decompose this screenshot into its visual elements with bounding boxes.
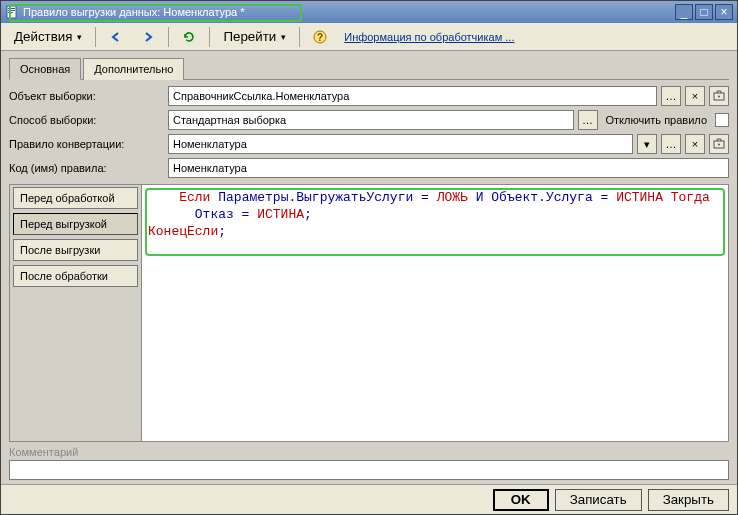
window-controls: _ □ × (675, 4, 733, 20)
select-obj-choose-button[interactable]: … (661, 86, 681, 106)
separator (299, 27, 300, 47)
select-obj-open-button[interactable] (709, 86, 729, 106)
app-window: Правило выгрузки данных: Номенклатура * … (0, 0, 738, 515)
select-mode-input[interactable] (168, 110, 574, 130)
disable-rule-checkbox[interactable] (715, 113, 729, 127)
svg-text:?: ? (317, 32, 323, 43)
tab-bar: Основная Дополнительно (9, 57, 729, 80)
close-button[interactable]: × (715, 4, 733, 20)
code-name-input[interactable] (168, 158, 729, 178)
handlers-sidebar: Перед обработкой Перед выгрузкой После в… (10, 185, 142, 441)
conv-rule-clear-button[interactable]: × (685, 134, 705, 154)
before-processing-button[interactable]: Перед обработкой (13, 187, 138, 209)
help-button[interactable]: ? (306, 26, 334, 48)
ok-button[interactable]: OK (493, 489, 549, 511)
svg-rect-3 (8, 12, 13, 13)
body: Основная Дополнительно Объект выборки: …… (1, 51, 737, 484)
actions-menu[interactable]: Действия▾ (7, 26, 89, 48)
select-obj-label: Объект выборки: (9, 90, 164, 102)
save-button[interactable]: Записать (555, 489, 642, 511)
select-obj-input[interactable] (168, 86, 657, 106)
select-mode-label: Способ выборки: (9, 114, 164, 126)
before-unload-button[interactable]: Перед выгрузкой (13, 213, 138, 235)
window-title: Правило выгрузки данных: Номенклатура * (23, 6, 675, 18)
refresh-button[interactable] (175, 26, 203, 48)
main-area: Перед обработкой Перед выгрузкой После в… (9, 184, 729, 442)
separator (209, 27, 210, 47)
maximize-button[interactable]: □ (695, 4, 713, 20)
comment-input[interactable] (9, 460, 729, 480)
code-name-label: Код (имя) правила: (9, 162, 164, 174)
separator (95, 27, 96, 47)
conv-rule-label: Правило конвертации: (9, 138, 164, 150)
comment-label: Комментарий (9, 446, 729, 458)
conv-rule-dropdown-button[interactable]: ▾ (637, 134, 657, 154)
select-obj-clear-button[interactable]: × (685, 86, 705, 106)
tab-more[interactable]: Дополнительно (83, 58, 184, 80)
back-button[interactable] (102, 26, 130, 48)
handlers-info-link[interactable]: Информация по обработчикам ... (344, 31, 514, 43)
conv-rule-input[interactable] (168, 134, 633, 154)
svg-point-7 (718, 96, 720, 98)
disable-rule-label: Отключить правило (606, 114, 708, 126)
svg-rect-1 (8, 8, 15, 9)
svg-rect-2 (8, 10, 15, 11)
minimize-button[interactable]: _ (675, 4, 693, 20)
after-processing-button[interactable]: После обработки (13, 265, 138, 287)
goto-menu[interactable]: Перейти▾ (216, 26, 293, 48)
svg-point-9 (718, 144, 720, 146)
footer: OK Записать Закрыть (1, 484, 737, 514)
select-mode-choose-button[interactable]: … (578, 110, 598, 130)
conv-rule-open-button[interactable] (709, 134, 729, 154)
conv-rule-choose-button[interactable]: … (661, 134, 681, 154)
toolbar: Действия▾ Перейти▾ ? Информация по обраб… (1, 23, 737, 51)
tab-main[interactable]: Основная (9, 58, 81, 80)
titlebar: Правило выгрузки данных: Номенклатура * … (1, 1, 737, 23)
after-unload-button[interactable]: После выгрузки (13, 239, 138, 261)
document-icon (5, 5, 19, 19)
forward-button[interactable] (134, 26, 162, 48)
form-area: Объект выборки: … × Способ выборки: … От… (9, 86, 729, 178)
comment-section: Комментарий (9, 446, 729, 480)
close-window-button[interactable]: Закрыть (648, 489, 729, 511)
code-editor[interactable]: Если Параметры.ВыгружатьУслуги = ЛОЖЬ И … (142, 185, 728, 441)
separator (168, 27, 169, 47)
